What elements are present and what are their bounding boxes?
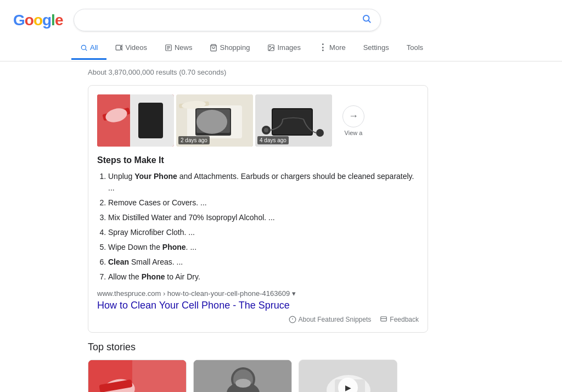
svg-rect-28 [273,109,312,135]
svg-point-47 [235,379,251,388]
svg-rect-16 [138,103,163,138]
svg-rect-4 [116,45,121,50]
top-stories-heading: Top stories [88,341,428,353]
results-count: About 3,870,000,000 results (0.70 second… [88,68,549,76]
story-card-2[interactable]: Coronavirus can live on [193,360,292,392]
svg-rect-39 [132,360,187,392]
svg-point-31 [316,129,324,137]
story2-illustration [194,360,292,392]
tab-shopping[interactable]: Shopping [201,37,258,60]
steps-heading: Steps to Make It [97,155,419,165]
story-image-1 [88,360,186,392]
snippet-footer: About Featured Snippets Feedback [97,316,419,323]
snippet-image-1[interactable] [97,94,174,147]
search-icon [80,44,88,52]
feedback-icon [380,316,387,323]
list-item: Allow the Phone to Air Dry. [108,271,419,283]
image-timestamp-3: 4 days ago [257,136,289,144]
snippet-source-url: www.thespruce.com › how-to-clean-your-ce… [97,289,419,298]
list-item: Wipe Down the Phone. ... [108,242,419,253]
svg-point-2 [81,45,86,49]
images-icon [267,44,275,52]
svg-line-1 [369,20,370,22]
image-timestamp-2: 2 days ago [178,136,210,144]
snippet-image-2[interactable]: 2 days ago [176,94,253,147]
more-icon: ⋮ [318,42,327,53]
search-box: how to clean your phone [74,9,381,31]
story-image-3: ▶ [299,360,397,392]
tab-settings[interactable]: Settings [355,37,398,60]
top-stories-section: Top stories Help keep coronavirus [88,341,428,392]
google-logo: Google [13,12,63,29]
svg-rect-35 [381,317,387,321]
tab-videos[interactable]: Videos [106,37,156,60]
story-card-1[interactable]: Help keep coronavirus [88,360,187,392]
list-item: Spray Microfiber Cloth. ... [108,227,419,238]
story-card-3[interactable]: ▶ Coronavirus update: [299,360,397,392]
svg-point-30 [264,128,268,132]
images-row: 2 days ago 4 days ago → [97,94,419,147]
list-item: Unplug Your Phone and Attachments. Earbu… [108,171,419,194]
tab-images[interactable]: Images [258,37,310,60]
nav-tabs: All Videos News Shopping Images ⋮ More S… [0,36,562,61]
header: Google how to clean your phone [0,0,562,31]
shopping-icon [210,44,217,52]
tab-all[interactable]: All [71,37,106,60]
dropdown-icon[interactable]: ▾ [292,289,296,298]
svg-line-3 [86,49,87,51]
feedback-button[interactable]: Feedback [380,316,419,323]
news-icon [165,44,172,52]
tab-tools[interactable]: Tools [398,37,432,60]
view-all-label: View a [345,130,363,136]
svg-point-23 [196,110,227,134]
tab-more[interactable]: ⋮ More [310,36,355,61]
view-all-button[interactable]: → View a [334,105,373,136]
video-icon [115,44,123,52]
main-content: About 3,870,000,000 results (0.70 second… [0,61,562,392]
story1-illustration [88,360,187,392]
tab-news[interactable]: News [156,37,201,60]
about-featured-snippets[interactable]: About Featured Snippets [289,316,372,323]
list-item: Remove Cases or Covers. ... [108,197,419,209]
snippet-link[interactable]: How to Clean Your Cell Phone - The Spruc… [97,300,419,311]
featured-snippet: 2 days ago 4 days ago → [88,85,428,333]
list-item: Clean Small Areas. ... [108,256,419,268]
story-image-2 [194,360,291,392]
stories-row: Help keep coronavirus Coronavirus [88,360,428,392]
svg-point-12 [270,46,271,47]
snippet-image-3[interactable]: 4 days ago [255,94,332,147]
hand-wipe-illustration [97,94,174,147]
steps-list: Unplug Your Phone and Attachments. Earbu… [97,171,419,283]
info-icon [289,316,296,323]
search-input[interactable]: how to clean your phone [83,15,362,25]
search-button[interactable] [362,14,372,26]
list-item: Mix Distilled Water and 70% Isopropyl Al… [108,212,419,223]
arrow-right-icon: → [342,105,364,127]
